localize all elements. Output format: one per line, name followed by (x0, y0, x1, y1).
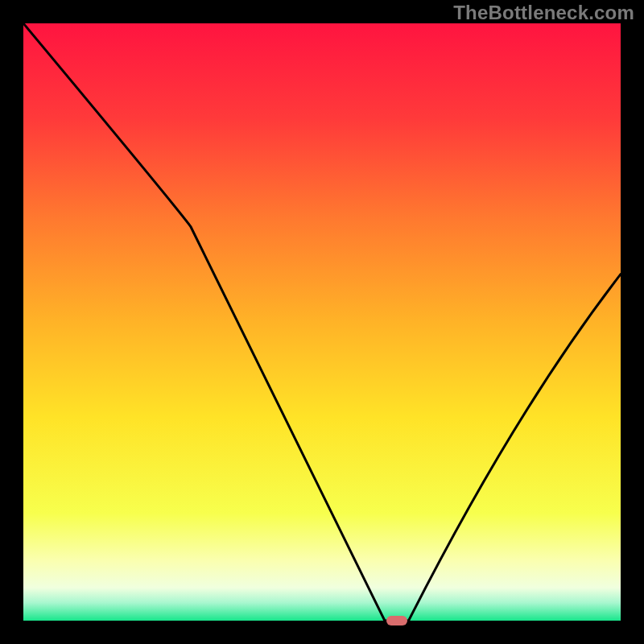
chart-container: TheBottleneck.com (0, 0, 644, 644)
bottleneck-curve (23, 23, 621, 621)
plot-area (23, 23, 621, 621)
watermark-text: TheBottleneck.com (453, 2, 634, 24)
optimum-marker (386, 616, 407, 625)
